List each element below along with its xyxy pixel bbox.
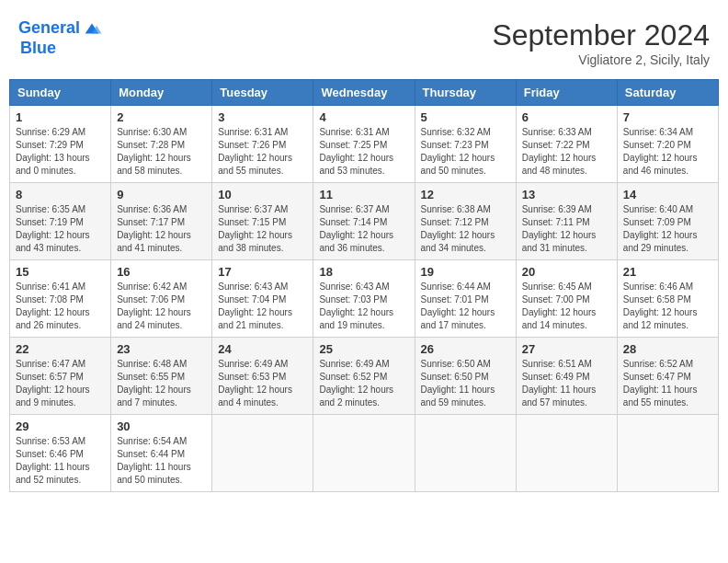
day-number: 17 xyxy=(218,265,307,279)
day-number: 23 xyxy=(117,342,206,356)
day-info: Sunrise: 6:40 AM Sunset: 7:09 PM Dayligh… xyxy=(623,203,712,255)
day-number: 2 xyxy=(117,110,206,124)
day-info: Sunrise: 6:32 AM Sunset: 7:23 PM Dayligh… xyxy=(421,126,510,178)
weekday-header-tuesday: Tuesday xyxy=(212,80,313,106)
calendar-cell: 22Sunrise: 6:47 AM Sunset: 6:57 PM Dayli… xyxy=(10,338,111,415)
calendar-cell: 19Sunrise: 6:44 AM Sunset: 7:01 PM Dayli… xyxy=(415,260,516,338)
calendar-cell: 16Sunrise: 6:42 AM Sunset: 7:06 PM Dayli… xyxy=(111,260,212,338)
day-number: 29 xyxy=(16,419,105,433)
day-number: 18 xyxy=(319,265,408,279)
day-info: Sunrise: 6:53 AM Sunset: 6:46 PM Dayligh… xyxy=(16,435,105,487)
day-number: 1 xyxy=(16,110,105,124)
day-number: 21 xyxy=(623,265,712,279)
calendar-week-2: 8Sunrise: 6:35 AM Sunset: 7:19 PM Daylig… xyxy=(10,183,719,260)
day-info: Sunrise: 6:29 AM Sunset: 7:29 PM Dayligh… xyxy=(16,126,105,178)
day-number: 30 xyxy=(117,419,206,433)
weekday-header-monday: Monday xyxy=(111,80,212,106)
day-info: Sunrise: 6:44 AM Sunset: 7:01 PM Dayligh… xyxy=(421,281,510,332)
day-number: 16 xyxy=(117,265,206,279)
day-number: 22 xyxy=(16,342,105,356)
day-info: Sunrise: 6:38 AM Sunset: 7:12 PM Dayligh… xyxy=(421,203,510,255)
calendar-cell: 23Sunrise: 6:48 AM Sunset: 6:55 PM Dayli… xyxy=(111,338,212,415)
day-info: Sunrise: 6:33 AM Sunset: 7:22 PM Dayligh… xyxy=(522,126,611,178)
calendar-cell: 26Sunrise: 6:50 AM Sunset: 6:50 PM Dayli… xyxy=(415,338,516,415)
day-number: 15 xyxy=(16,265,105,279)
calendar-cell: 25Sunrise: 6:49 AM Sunset: 6:52 PM Dayli… xyxy=(313,338,415,415)
calendar-cell: 10Sunrise: 6:37 AM Sunset: 7:15 PM Dayli… xyxy=(212,183,313,260)
calendar-cell: 18Sunrise: 6:43 AM Sunset: 7:03 PM Dayli… xyxy=(313,260,415,338)
location-subtitle: Vigliatore 2, Sicily, Italy xyxy=(492,52,710,67)
calendar-cell: 11Sunrise: 6:37 AM Sunset: 7:14 PM Dayli… xyxy=(313,183,415,260)
day-number: 24 xyxy=(218,342,307,356)
day-info: Sunrise: 6:45 AM Sunset: 7:00 PM Dayligh… xyxy=(522,281,611,332)
day-info: Sunrise: 6:46 AM Sunset: 6:58 PM Dayligh… xyxy=(623,281,712,332)
calendar-cell xyxy=(617,415,718,492)
calendar-cell: 8Sunrise: 6:35 AM Sunset: 7:19 PM Daylig… xyxy=(10,183,111,260)
day-info: Sunrise: 6:48 AM Sunset: 6:55 PM Dayligh… xyxy=(117,358,206,409)
logo: General Blue xyxy=(18,18,102,58)
logo-blue: Blue xyxy=(20,39,102,58)
day-info: Sunrise: 6:41 AM Sunset: 7:08 PM Dayligh… xyxy=(16,281,105,332)
calendar-week-5: 29Sunrise: 6:53 AM Sunset: 6:46 PM Dayli… xyxy=(10,415,719,492)
calendar-cell: 5Sunrise: 6:32 AM Sunset: 7:23 PM Daylig… xyxy=(415,106,516,183)
calendar-cell xyxy=(415,415,516,492)
calendar-cell: 15Sunrise: 6:41 AM Sunset: 7:08 PM Dayli… xyxy=(10,260,111,338)
page-header: General Blue September 2024 Vigliatore 2… xyxy=(9,9,719,72)
calendar-cell xyxy=(516,415,617,492)
calendar-cell: 2Sunrise: 6:30 AM Sunset: 7:28 PM Daylig… xyxy=(111,106,212,183)
calendar-cell: 13Sunrise: 6:39 AM Sunset: 7:11 PM Dayli… xyxy=(516,183,617,260)
day-number: 27 xyxy=(522,342,611,356)
calendar-cell: 9Sunrise: 6:36 AM Sunset: 7:17 PM Daylig… xyxy=(111,183,212,260)
calendar-cell: 28Sunrise: 6:52 AM Sunset: 6:47 PM Dayli… xyxy=(617,338,718,415)
calendar-cell xyxy=(313,415,415,492)
calendar-cell: 1Sunrise: 6:29 AM Sunset: 7:29 PM Daylig… xyxy=(10,106,111,183)
day-info: Sunrise: 6:42 AM Sunset: 7:06 PM Dayligh… xyxy=(117,281,206,332)
month-title: September 2024 xyxy=(492,18,710,52)
weekday-header-friday: Friday xyxy=(516,80,617,106)
weekday-header-wednesday: Wednesday xyxy=(313,80,415,106)
calendar-cell: 12Sunrise: 6:38 AM Sunset: 7:12 PM Dayli… xyxy=(415,183,516,260)
day-number: 9 xyxy=(117,188,206,201)
day-number: 11 xyxy=(319,188,408,201)
calendar-cell: 17Sunrise: 6:43 AM Sunset: 7:04 PM Dayli… xyxy=(212,260,313,338)
day-number: 4 xyxy=(319,110,408,124)
calendar-cell xyxy=(212,415,313,492)
day-number: 3 xyxy=(218,110,307,124)
day-info: Sunrise: 6:37 AM Sunset: 7:14 PM Dayligh… xyxy=(319,203,408,255)
weekday-header-thursday: Thursday xyxy=(415,80,516,106)
calendar-cell: 29Sunrise: 6:53 AM Sunset: 6:46 PM Dayli… xyxy=(10,415,111,492)
day-number: 8 xyxy=(16,188,105,201)
day-number: 12 xyxy=(421,188,510,201)
day-info: Sunrise: 6:47 AM Sunset: 6:57 PM Dayligh… xyxy=(16,358,105,409)
day-number: 19 xyxy=(421,265,510,279)
day-info: Sunrise: 6:39 AM Sunset: 7:11 PM Dayligh… xyxy=(522,203,611,255)
day-info: Sunrise: 6:34 AM Sunset: 7:20 PM Dayligh… xyxy=(623,126,712,178)
day-number: 14 xyxy=(623,188,712,201)
day-info: Sunrise: 6:49 AM Sunset: 6:52 PM Dayligh… xyxy=(319,358,408,409)
calendar-table: SundayMondayTuesdayWednesdayThursdayFrid… xyxy=(9,79,719,492)
calendar-week-4: 22Sunrise: 6:47 AM Sunset: 6:57 PM Dayli… xyxy=(10,338,719,415)
day-info: Sunrise: 6:43 AM Sunset: 7:04 PM Dayligh… xyxy=(218,281,307,332)
day-info: Sunrise: 6:54 AM Sunset: 6:44 PM Dayligh… xyxy=(117,435,206,487)
calendar-cell: 6Sunrise: 6:33 AM Sunset: 7:22 PM Daylig… xyxy=(516,106,617,183)
day-info: Sunrise: 6:31 AM Sunset: 7:25 PM Dayligh… xyxy=(319,126,408,178)
calendar-cell: 20Sunrise: 6:45 AM Sunset: 7:00 PM Dayli… xyxy=(516,260,617,338)
day-info: Sunrise: 6:37 AM Sunset: 7:15 PM Dayligh… xyxy=(218,203,307,255)
day-number: 6 xyxy=(522,110,611,124)
calendar-cell: 4Sunrise: 6:31 AM Sunset: 7:25 PM Daylig… xyxy=(313,106,415,183)
day-info: Sunrise: 6:51 AM Sunset: 6:49 PM Dayligh… xyxy=(522,358,611,409)
day-info: Sunrise: 6:31 AM Sunset: 7:26 PM Dayligh… xyxy=(218,126,307,178)
calendar-week-3: 15Sunrise: 6:41 AM Sunset: 7:08 PM Dayli… xyxy=(10,260,719,338)
title-block: September 2024 Vigliatore 2, Sicily, Ita… xyxy=(492,18,710,67)
day-number: 10 xyxy=(218,188,307,201)
weekday-header-saturday: Saturday xyxy=(617,80,718,106)
day-number: 5 xyxy=(421,110,510,124)
day-info: Sunrise: 6:36 AM Sunset: 7:17 PM Dayligh… xyxy=(117,203,206,255)
day-number: 25 xyxy=(319,342,408,356)
calendar-cell: 27Sunrise: 6:51 AM Sunset: 6:49 PM Dayli… xyxy=(516,338,617,415)
day-number: 20 xyxy=(522,265,611,279)
logo-text: General xyxy=(18,19,80,38)
day-number: 13 xyxy=(522,188,611,201)
day-number: 28 xyxy=(623,342,712,356)
calendar-cell: 14Sunrise: 6:40 AM Sunset: 7:09 PM Dayli… xyxy=(617,183,718,260)
